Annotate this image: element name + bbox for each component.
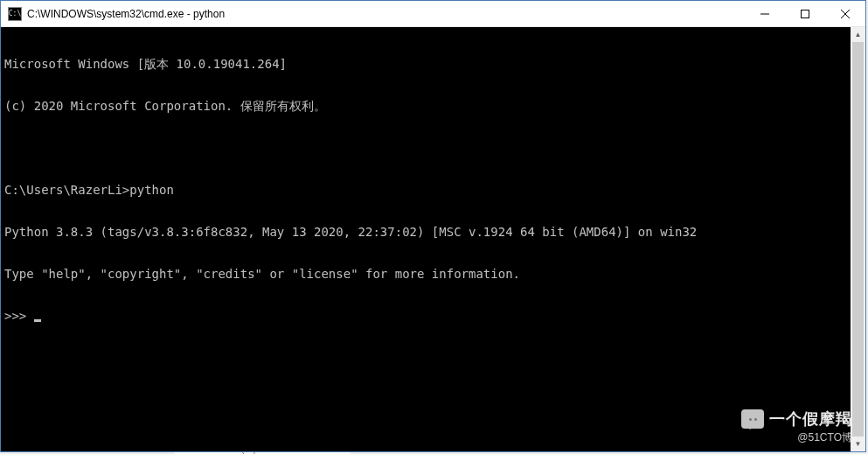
close-button[interactable]: [825, 1, 865, 26]
scroll-thumb[interactable]: [852, 42, 864, 437]
cmd-icon: C:\: [8, 7, 22, 21]
vertical-scrollbar[interactable]: ▲ ▼: [851, 27, 865, 451]
terminal-line: Python 3.8.3 (tags/v3.8.3:6f8c832, May 1…: [4, 225, 847, 239]
cmd-window: C:\ C:\WINDOWS\system32\cmd.exe - python…: [0, 0, 866, 452]
svg-rect-1: [802, 10, 809, 17]
cursor-icon: [34, 319, 41, 322]
terminal-prompt-line: >>>: [4, 309, 847, 323]
terminal-line: (c) 2020 Microsoft Corporation. 保留所有权利。: [4, 99, 847, 113]
python-prompt: >>>: [4, 309, 34, 323]
terminal-line: Type "help", "copyright", "credits" or "…: [4, 267, 847, 281]
maximize-icon: [801, 10, 809, 18]
window-title: C:\WINDOWS\system32\cmd.exe - python: [27, 8, 745, 20]
terminal-line: C:\Users\RazerLi>python: [4, 183, 847, 197]
minimize-icon: [760, 10, 769, 18]
titlebar[interactable]: C:\ C:\WINDOWS\system32\cmd.exe - python: [1, 1, 865, 27]
maximize-button[interactable]: [785, 1, 825, 26]
terminal-line: Microsoft Windows [版本 10.0.19041.264]: [4, 57, 847, 71]
terminal-line: [4, 141, 847, 155]
content-area: Microsoft Windows [版本 10.0.19041.264] (c…: [1, 27, 865, 451]
window-controls: [745, 1, 865, 26]
close-icon: [841, 10, 850, 18]
scroll-up-button[interactable]: ▲: [851, 27, 865, 42]
scroll-track[interactable]: [851, 42, 865, 437]
minimize-button[interactable]: [745, 1, 785, 26]
scroll-down-button[interactable]: ▼: [851, 437, 865, 451]
terminal-output[interactable]: Microsoft Windows [版本 10.0.19041.264] (c…: [1, 27, 851, 451]
